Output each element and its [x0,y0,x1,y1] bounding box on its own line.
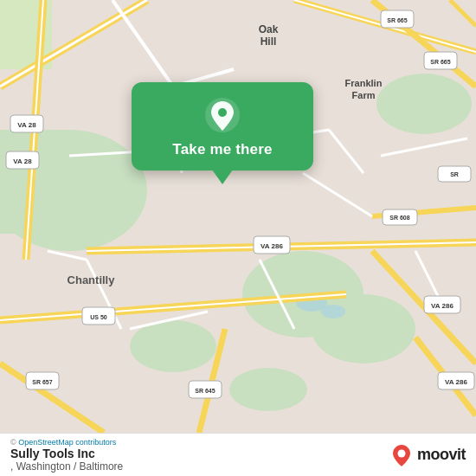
svg-text:VA 28: VA 28 [17,121,36,129]
svg-text:SR 657: SR 657 [32,379,52,385]
svg-text:Oak: Oak [259,23,279,35]
svg-text:VA 286: VA 286 [431,302,453,310]
location-name: Sully Tools Inc [10,447,389,460]
footer-bar: © OpenStreetMap contributors Sully Tools… [0,433,476,476]
moovit-pin-icon [389,443,414,467]
copyright-link[interactable]: OpenStreetMap contributors [18,438,116,447]
svg-point-4 [312,294,415,363]
svg-text:SR 665: SR 665 [430,59,450,65]
svg-point-6 [376,74,472,134]
svg-text:VA 28: VA 28 [13,158,32,165]
map-container: VA 28 VA 28 SR 665 SR 665 SR 608 VA 286 … [0,0,476,433]
svg-text:SR: SR [450,171,459,177]
svg-text:VA 286: VA 286 [261,242,283,250]
moovit-wordmark: moovit [417,446,466,464]
svg-point-72 [397,449,405,457]
svg-text:Chantilly: Chantilly [68,273,116,286]
svg-text:SR 665: SR 665 [387,17,407,23]
location-popup[interactable]: Take me there [132,82,313,170]
svg-text:Farm: Farm [352,90,376,100]
location-region: , Washington / Baltimore [10,460,389,473]
svg-point-10 [321,305,345,318]
copyright-symbol: © [10,438,18,447]
svg-text:Hill: Hill [261,35,277,48]
svg-point-71 [218,108,227,117]
location-pin-icon [203,96,241,134]
svg-text:Franklin: Franklin [345,78,383,88]
moovit-logo: moovit [389,443,466,467]
svg-text:VA 286: VA 286 [445,378,467,386]
svg-point-7 [130,320,216,372]
copyright-text: © OpenStreetMap contributors [10,438,389,447]
svg-text:SR 608: SR 608 [389,215,409,221]
svg-text:SR 645: SR 645 [195,388,215,394]
footer-text-group: © OpenStreetMap contributors Sully Tools… [10,438,389,473]
popup-label: Take me there [172,141,272,158]
svg-text:US 50: US 50 [90,314,107,320]
svg-point-8 [229,368,307,411]
